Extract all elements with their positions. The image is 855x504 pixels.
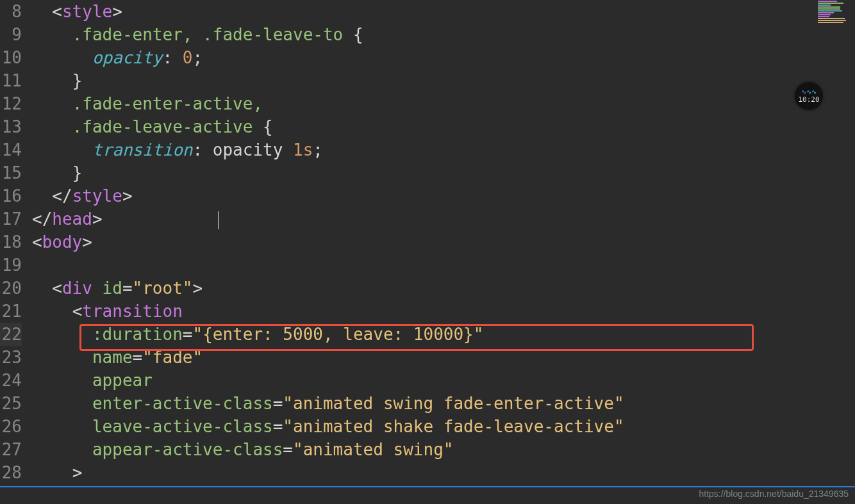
- line-number: 22: [0, 323, 22, 346]
- watermark-text: https://blog.csdn.net/baidu_21349635: [699, 489, 849, 499]
- code-line[interactable]: >: [32, 461, 855, 484]
- code-line[interactable]: transition: opacity 1s;: [32, 138, 855, 161]
- code-line[interactable]: name="fade": [32, 346, 855, 369]
- line-number: 13: [0, 115, 22, 138]
- code-line[interactable]: enter-active-class="animated swing fade-…: [32, 392, 855, 415]
- line-number: 25: [0, 392, 22, 415]
- timestamp-badge: ∿∿∿ 10:20: [795, 82, 823, 110]
- code-line[interactable]: }: [32, 161, 855, 184]
- minimap[interactable]: [817, 0, 855, 58]
- code-editor[interactable]: 8 9 10 11 12 13 14 15 16 17 18 19 20 21 …: [0, 0, 855, 504]
- line-number: 19: [0, 254, 22, 277]
- code-line[interactable]: .fade-leave-active {: [32, 115, 855, 138]
- code-line[interactable]: </head>: [32, 207, 855, 231]
- line-number: 20: [0, 277, 22, 300]
- line-number: 21: [0, 300, 22, 323]
- line-number: 15: [0, 161, 22, 184]
- code-line[interactable]: </style>: [32, 184, 855, 207]
- line-number: 26: [0, 415, 22, 438]
- line-number: 18: [0, 231, 22, 254]
- code-line[interactable]: :duration="{enter: 5000, leave: 10000}": [32, 323, 855, 346]
- badge-time: 10:20: [798, 95, 819, 104]
- code-line[interactable]: leave-active-class="animated shake fade-…: [32, 415, 855, 438]
- wave-icon: ∿∿∿: [801, 89, 817, 95]
- line-number: 9: [0, 23, 22, 46]
- line-number: 10: [0, 46, 22, 69]
- line-number: 8: [0, 0, 22, 23]
- code-line[interactable]: [32, 254, 855, 277]
- code-line[interactable]: .fade-enter, .fade-leave-to {: [32, 23, 855, 46]
- code-line[interactable]: <div id="root">: [32, 277, 855, 300]
- line-number: 24: [0, 369, 22, 392]
- code-line[interactable]: opacity: 0;: [32, 46, 855, 69]
- text-cursor-icon: [218, 211, 219, 229]
- line-number: 17: [0, 207, 22, 231]
- line-number: 28: [0, 461, 22, 484]
- code-line[interactable]: <style>: [32, 0, 855, 23]
- code-line[interactable]: appear-active-class="animated swing": [32, 438, 855, 461]
- code-line[interactable]: .fade-enter-active,: [32, 92, 855, 115]
- line-number: 16: [0, 184, 22, 207]
- line-number: 23: [0, 346, 22, 369]
- line-number: 11: [0, 69, 22, 92]
- code-content[interactable]: <style> .fade-enter, .fade-leave-to { op…: [27, 0, 855, 504]
- line-number: 12: [0, 92, 22, 115]
- line-number: 27: [0, 438, 22, 461]
- line-number-gutter: 8 9 10 11 12 13 14 15 16 17 18 19 20 21 …: [0, 0, 27, 504]
- code-line[interactable]: }: [32, 69, 855, 92]
- code-line[interactable]: <body>: [32, 231, 855, 254]
- line-number: 14: [0, 138, 22, 161]
- code-line[interactable]: <transition: [32, 300, 855, 323]
- status-separator: [0, 486, 855, 487]
- code-line[interactable]: appear: [32, 369, 855, 392]
